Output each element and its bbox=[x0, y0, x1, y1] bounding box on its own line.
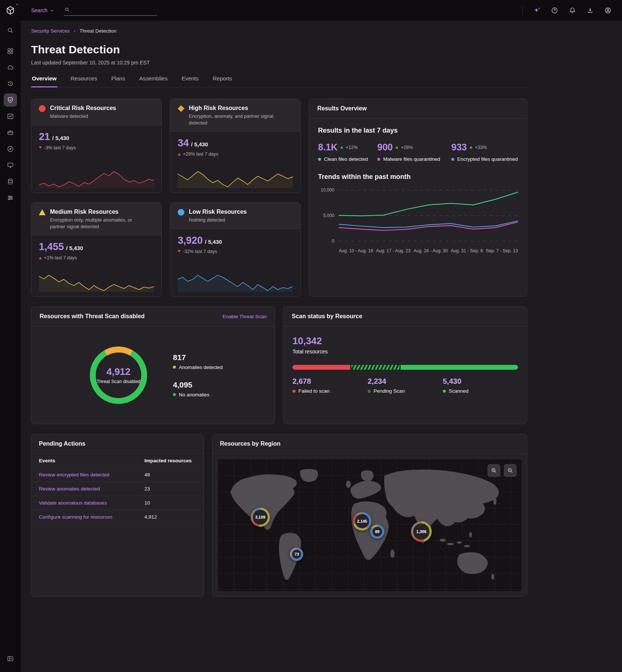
tab-reports[interactable]: Reports bbox=[212, 75, 233, 87]
app-root: ® Search bbox=[0, 0, 622, 672]
sidebar-item-threat-detection[interactable] bbox=[4, 93, 17, 107]
card-body: 4,912 Threat Scan disabled 817 Anomalies… bbox=[31, 326, 275, 424]
zoom-in-button[interactable] bbox=[488, 464, 500, 477]
collapse-sidebar-button[interactable] bbox=[4, 652, 17, 665]
card-body: 34 / 5,430 +29% last 7 days bbox=[170, 132, 300, 193]
resources-by-region-card: Resources by Region bbox=[212, 434, 527, 597]
scan-segment-scanned bbox=[401, 365, 518, 370]
tab-resources[interactable]: Resources bbox=[70, 75, 98, 87]
region-badge[interactable]: 1,306 bbox=[411, 521, 432, 542]
apps-grid-icon bbox=[7, 47, 14, 55]
breadcrumb-security-services[interactable]: Security Services bbox=[31, 28, 70, 34]
trends-lines-svg bbox=[339, 187, 518, 244]
card-header: Medium Risk Resources Encryption only, m… bbox=[31, 203, 161, 235]
sidebar-item-cloud[interactable] bbox=[4, 61, 17, 74]
legend-dot-icon bbox=[292, 390, 295, 393]
sidebar-item-settings[interactable] bbox=[4, 191, 17, 204]
risk-total: / 5,430 bbox=[205, 239, 222, 245]
sidebar-item-apps[interactable] bbox=[4, 44, 17, 58]
delta-label: -32% last 7 days bbox=[183, 249, 217, 254]
scan-status-bar-chart bbox=[292, 365, 518, 370]
action-link-validate-databases[interactable]: Validate anomalous databases bbox=[39, 500, 144, 506]
stat-value: 8.1K bbox=[318, 142, 338, 153]
scan-grid: Resources with Threat Scan disabled Enab… bbox=[31, 306, 527, 424]
sidebar-search-button[interactable] bbox=[4, 24, 17, 37]
search-icon bbox=[64, 7, 70, 13]
impacted-count: 23 bbox=[144, 486, 196, 492]
ai-assistant-button[interactable] bbox=[532, 5, 542, 16]
trends-x-tick: Sep. 7 - Sep. 13 bbox=[486, 248, 518, 253]
search-scope-dropdown[interactable]: Search bbox=[31, 7, 54, 13]
stat-label: Encrypted files quarantined bbox=[457, 156, 518, 162]
downloads-button[interactable] bbox=[585, 5, 595, 16]
zoom-out-icon bbox=[507, 467, 514, 474]
legend-value: 5,430 bbox=[443, 377, 518, 386]
card-description: Malware detected bbox=[50, 113, 116, 120]
stat-label: Clean files detected bbox=[324, 156, 368, 162]
risk-count: 3,920 bbox=[178, 235, 203, 246]
sidebar-item-discovery[interactable] bbox=[4, 142, 17, 156]
global-search-input[interactable] bbox=[73, 7, 156, 13]
region-badge[interactable]: 73 bbox=[290, 548, 303, 561]
tab-overview[interactable]: Overview bbox=[31, 75, 57, 87]
impacted-count: 48 bbox=[144, 472, 196, 478]
trend-arrow-icon bbox=[340, 146, 343, 149]
legend-scanned: 5,430 Scanned bbox=[443, 377, 518, 394]
trend-arrow-icon bbox=[469, 146, 472, 149]
impacted-count: 10 bbox=[144, 500, 196, 506]
card-body: 1,455 / 5,430 +1% last 7 days bbox=[31, 235, 161, 296]
card-title: Pending Actions bbox=[39, 440, 86, 447]
stat-value: 933 bbox=[451, 142, 467, 153]
delta-label: +1% last 7 days bbox=[44, 255, 77, 260]
sidebar-item-sessions[interactable] bbox=[4, 159, 17, 172]
tab-assemblies[interactable]: Assemblies bbox=[138, 75, 168, 87]
action-link-configure-scanning[interactable]: Configure scanning for resources bbox=[39, 514, 144, 520]
action-link-review-anomalies[interactable]: Review anomalies detected bbox=[39, 486, 144, 492]
region-badge[interactable]: 3,109 bbox=[251, 508, 270, 527]
brand-logo[interactable]: ® bbox=[0, 0, 21, 21]
sidebar-item-data[interactable] bbox=[4, 175, 17, 188]
breadcrumb: Security Services › Threat Detection bbox=[31, 28, 527, 34]
tab-bar: Overview Resources Plans Assemblies Even… bbox=[31, 75, 527, 87]
card-title: Resources by Region bbox=[220, 440, 281, 447]
zoom-out-button[interactable] bbox=[504, 464, 516, 477]
sidebar-item-recovery[interactable] bbox=[4, 77, 17, 90]
region-badge[interactable]: 89 bbox=[370, 525, 384, 539]
octagon-critical-icon bbox=[39, 105, 46, 112]
scan-status-card: Scan status by Resource 10,342 Total res… bbox=[283, 306, 527, 424]
trend-arrow-icon bbox=[178, 153, 181, 156]
sidebar-item-jobs[interactable] bbox=[4, 126, 17, 139]
sidebar-item-analytics[interactable] bbox=[4, 110, 17, 123]
collapse-panel-icon bbox=[7, 655, 14, 662]
tab-events[interactable]: Events bbox=[181, 75, 200, 87]
trends-y-tick: 5,000 bbox=[323, 213, 334, 218]
enable-threat-scan-link[interactable]: Enable Threat Scan bbox=[223, 314, 267, 319]
help-icon bbox=[551, 7, 558, 14]
account-button[interactable] bbox=[603, 5, 613, 16]
risk-count: 21 bbox=[39, 131, 50, 143]
topbar-actions bbox=[522, 5, 613, 16]
action-link-review-encrypted[interactable]: Review encrypted files detected bbox=[39, 472, 144, 478]
notifications-button[interactable] bbox=[567, 5, 578, 16]
delta-row: +1% last 7 days bbox=[39, 255, 154, 260]
region-badge[interactable]: 2,145 bbox=[353, 512, 371, 530]
world-map[interactable]: 3,109732,145891,306 bbox=[218, 459, 522, 591]
scan-status-legend: 2,678 Failed to scan 2,234 Pending Scan … bbox=[292, 377, 518, 394]
triangle-medium-icon bbox=[39, 209, 46, 216]
low-sparkline-chart bbox=[178, 273, 293, 292]
help-button[interactable] bbox=[549, 5, 560, 16]
card-body: 3,920 / 5,430 -32% last 7 days bbox=[170, 229, 300, 296]
threat-scan-disabled-card: Resources with Threat Scan disabled Enab… bbox=[31, 306, 275, 424]
pending-actions-table: Events Impacted resources Review encrypt… bbox=[31, 454, 204, 524]
card-description: Encryption only, multiple anomalies, or … bbox=[50, 217, 137, 230]
trends-title: Trends within the past month bbox=[318, 173, 518, 181]
delta-row: -32% last 7 days bbox=[178, 249, 293, 254]
tab-plans[interactable]: Plans bbox=[110, 75, 126, 87]
circle-low-icon bbox=[178, 209, 184, 216]
donut-center: 4,912 Threat Scan disabled bbox=[86, 342, 151, 408]
legend-dot-icon bbox=[443, 390, 446, 393]
card-header: Pending Actions bbox=[31, 434, 204, 454]
legend-anomalies: 817 Anomalies detected bbox=[173, 353, 223, 370]
trends-y-tick: 10,000 bbox=[321, 187, 334, 193]
legend-dot-icon bbox=[318, 158, 321, 161]
